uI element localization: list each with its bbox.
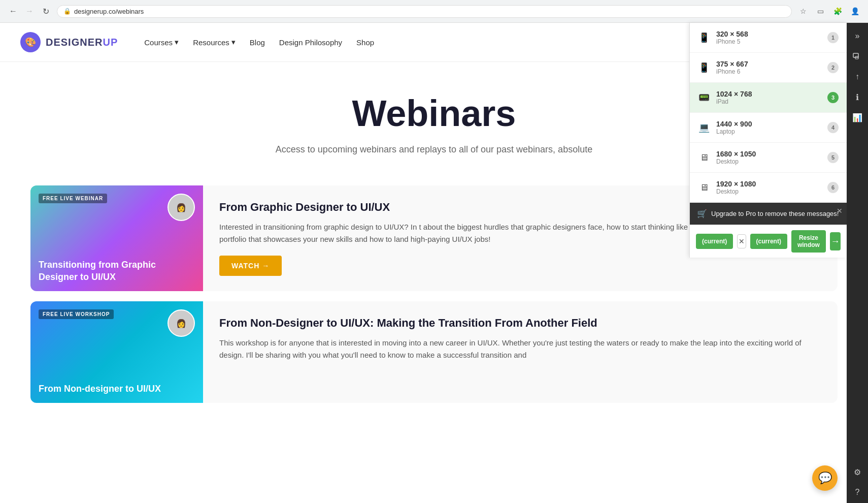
resize-row: (current) ✕ (current) Resize window → [690, 225, 847, 258]
device-size: 1680 × 1050 [716, 150, 821, 158]
nav-item-design-philosophy[interactable]: Design Philosophy [279, 38, 342, 47]
bookmark-button[interactable]: ☆ [796, 4, 810, 18]
monitor-icon: 🖥 [698, 182, 710, 193]
nav-links: Courses ▾ Resources ▾ Blog Design Philos… [144, 38, 374, 47]
webinar-thumb-title-1: Transitioning from Graphic Designer to U… [39, 259, 195, 283]
device-badge: 1 [827, 32, 839, 43]
svg-rect-0 [853, 53, 858, 57]
phone-icon: 📱 [698, 62, 710, 73]
device-badge: 2 [827, 62, 839, 73]
chevron-down-icon: ▾ [175, 38, 179, 47]
device-badge: 5 [827, 152, 839, 163]
device-list: 📱 320 × 568 iPhone 5 1 📱 375 × 667 iPhon… [690, 23, 847, 203]
browser-chrome: ← → ↻ 🔒 designerup.co/webinars ☆ ▭ 🧩 👤 [0, 0, 868, 23]
logo-icon: 🎨 [20, 32, 41, 52]
tablet-icon: 📟 [698, 92, 710, 103]
device-size: 320 × 568 [716, 30, 821, 38]
device-size: 1440 × 900 [716, 120, 821, 128]
device-item-desktop1[interactable]: 🖥 1680 × 1050 Desktop 5 [690, 143, 847, 173]
device-name: iPhone 5 [716, 38, 821, 45]
cancel-resize-button[interactable]: ✕ [737, 234, 746, 248]
current-button-1[interactable]: (current) [696, 234, 733, 249]
device-info-laptop: 1440 × 900 Laptop [716, 120, 821, 135]
nav-item-shop[interactable]: Shop [356, 38, 374, 47]
device-panel: 📱 320 × 568 iPhone 5 1 📱 375 × 667 iPhon… [689, 23, 847, 258]
upgrade-message: Upgrade to Pro to remove these messages! [711, 210, 839, 217]
device-size: 1024 × 768 [716, 90, 821, 98]
webinar-badge-2: FREE LIVE WORKSHOP [39, 309, 114, 319]
go-button[interactable]: → [830, 232, 841, 250]
upgrade-close-button[interactable]: ✕ [837, 207, 843, 215]
webinar-avatar-2: 👩 [168, 309, 195, 337]
browser-toolbar: ← → ↻ 🔒 designerup.co/webinars ☆ ▭ 🧩 👤 [0, 0, 868, 22]
webinar-badge-1: FREE LIVE WEBINAR [39, 194, 107, 203]
device-info-ipad: 1024 × 768 iPad [716, 90, 821, 105]
browser-nav-buttons: ← → ↻ [6, 4, 53, 18]
device-badge-active: 3 [827, 92, 839, 103]
webinar-title-2: From Non-Designer to UI/UX: Making the T… [219, 317, 821, 330]
webinar-thumbnail-1: FREE LIVE WEBINAR 👩 Transitioning from G… [30, 185, 203, 291]
logo-text: DESIGNERUP [46, 37, 118, 48]
far-right-toolbar: » ↑ ℹ 📊 ⚙ ? [847, 23, 868, 503]
nav-courses-label: Courses [144, 38, 173, 47]
device-item-desktop2[interactable]: 🖥 1920 × 1080 Desktop 6 [690, 173, 847, 203]
cart-icon: 🛒 [697, 209, 707, 218]
device-item-ipad[interactable]: 📟 1024 × 768 iPad 3 [690, 83, 847, 113]
watch-button-1[interactable]: WATCH → [219, 256, 282, 276]
nav-shop-label: Shop [356, 38, 374, 47]
device-info-desktop1: 1680 × 1050 Desktop [716, 150, 821, 165]
back-button[interactable]: ← [6, 4, 20, 18]
device-name: iPad [716, 98, 821, 105]
webinar-thumbnail-2: FREE LIVE WORKSHOP 👩 From Non-designer t… [30, 301, 203, 403]
device-info-iphone6: 375 × 667 iPhone 6 [716, 60, 821, 75]
chevron-down-icon: ▾ [231, 38, 236, 47]
nav-item-courses[interactable]: Courses ▾ [144, 38, 179, 47]
device-item-iphone6[interactable]: 📱 375 × 667 iPhone 6 2 [690, 53, 847, 83]
device-badge: 6 [827, 182, 839, 193]
device-name: Desktop [716, 188, 821, 195]
webinar-thumb-title-2: From Non-designer to UI/UX [39, 383, 161, 395]
monitor-icon: 🖥 [698, 152, 710, 163]
webinar-card-2: FREE LIVE WORKSHOP 👩 From Non-designer t… [30, 301, 838, 403]
nav-item-resources[interactable]: Resources ▾ [193, 38, 236, 47]
webinar-desc-2: This workshop is for anyone that is inte… [219, 337, 821, 361]
device-info-iphone5: 320 × 568 iPhone 5 [716, 30, 821, 45]
device-badge: 4 [827, 122, 839, 133]
arrow-up-button[interactable]: ↑ [848, 68, 866, 86]
device-size: 1920 × 1080 [716, 180, 821, 188]
profile-button[interactable]: 👤 [848, 4, 862, 18]
cast-button[interactable]: ▭ [813, 4, 827, 18]
nav-blog-label: Blog [250, 38, 265, 47]
nav-item-blog[interactable]: Blog [250, 38, 265, 47]
phone-icon: 📱 [698, 32, 710, 43]
current-button-2[interactable]: (current) [750, 234, 787, 249]
info-button[interactable]: ℹ [848, 88, 866, 106]
upgrade-bar: 🛒 Upgrade to Pro to remove these message… [690, 203, 847, 225]
reload-button[interactable]: ↻ [39, 4, 53, 18]
webinar-avatar-1: 👩 [168, 194, 195, 221]
webinar-content-2: From Non-Designer to UI/UX: Making the T… [203, 301, 838, 403]
forward-button[interactable]: → [22, 4, 37, 18]
device-item-laptop[interactable]: 💻 1440 × 900 Laptop 4 [690, 113, 847, 143]
laptop-icon: 💻 [698, 122, 710, 133]
browser-actions: ☆ ▭ 🧩 👤 [796, 4, 862, 18]
address-bar[interactable]: 🔒 designerup.co/webinars [57, 5, 792, 18]
help-button[interactable]: ? [848, 483, 866, 501]
device-name: Laptop [716, 128, 821, 135]
device-size: 375 × 667 [716, 60, 821, 68]
responsive-view-button[interactable] [848, 47, 866, 66]
lock-icon: 🔒 [63, 8, 71, 15]
chevron-right-button[interactable]: » [848, 27, 866, 45]
nav-resources-label: Resources [193, 38, 229, 47]
nav-philosophy-label: Design Philosophy [279, 38, 342, 47]
extensions-button[interactable]: 🧩 [830, 4, 845, 18]
resize-window-button[interactable]: Resize window [791, 230, 826, 253]
device-info-desktop2: 1920 × 1080 Desktop [716, 180, 821, 195]
device-item-iphone5[interactable]: 📱 320 × 568 iPhone 5 1 [690, 23, 847, 53]
settings-button[interactable]: ⚙ [848, 463, 866, 481]
logo-area: 🎨 DESIGNERUP [20, 32, 118, 52]
chat-button[interactable]: 💬 [812, 465, 838, 491]
chart-button[interactable]: 📊 [848, 108, 866, 127]
hero-subtitle: Access to upcoming webinars and replays … [256, 144, 612, 155]
page-wrapper: 🎨 DESIGNERUP Courses ▾ Resources ▾ Blog … [0, 23, 868, 503]
